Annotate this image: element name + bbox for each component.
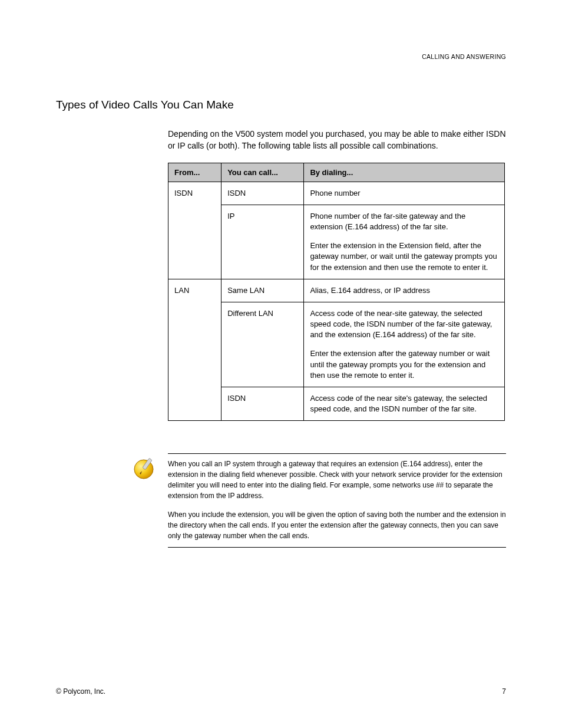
table-row: LAN Same LAN Alias, E.164 address, or IP…	[168, 279, 505, 302]
cell-dial: Access code of the near-site gateway, th…	[304, 302, 505, 387]
note-icon	[133, 456, 162, 483]
cell-call: IP	[222, 205, 304, 279]
note-text: When you call an IP system through a gat…	[168, 453, 506, 548]
table-header-row: From... You can call... By dialing...	[168, 163, 505, 182]
running-header: CALLING AND ANSWERING	[56, 53, 506, 60]
call-combinations-table: From... You can call... By dialing... IS…	[168, 163, 505, 421]
header-call: You can call...	[222, 163, 304, 182]
cell-dial: Access code of the near site's gateway, …	[304, 387, 505, 421]
page-number: 7	[502, 687, 506, 696]
cell-call: Same LAN	[222, 279, 304, 302]
section-title: Types of Video Calls You Can Make	[56, 98, 506, 111]
copyright: © Polycom, Inc.	[56, 687, 105, 696]
cell-call: ISDN	[222, 182, 304, 205]
document-page: CALLING AND ANSWERING Types of Video Cal…	[0, 0, 562, 728]
table-row: ISDN ISDN Phone number	[168, 182, 505, 205]
header-dial: By dialing...	[304, 163, 505, 182]
cell-from: ISDN	[168, 182, 222, 279]
cell-call: Different LAN	[222, 302, 304, 387]
header-from: From...	[168, 163, 222, 182]
cell-from: LAN	[168, 279, 222, 421]
cell-call: ISDN	[222, 387, 304, 421]
page-footer: © Polycom, Inc. 7	[56, 687, 506, 696]
cell-dial: Alias, E.164 address, or IP address	[304, 279, 505, 302]
cell-dial: Phone number of the far-site gateway and…	[304, 205, 505, 279]
intro-paragraph: Depending on the V500 system model you p…	[168, 128, 506, 152]
note-block: When you call an IP system through a gat…	[133, 453, 506, 548]
cell-dial: Phone number	[304, 182, 505, 205]
